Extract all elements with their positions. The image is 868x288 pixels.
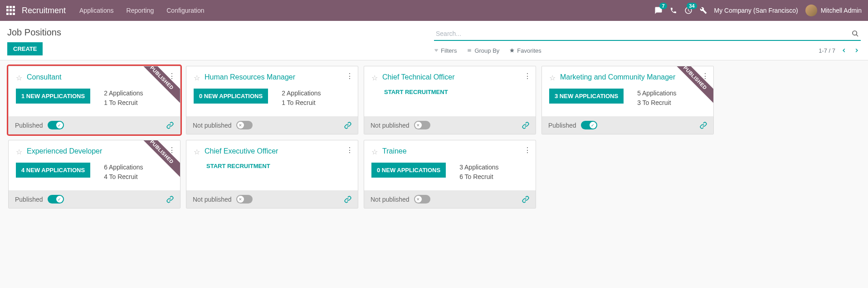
star-icon[interactable]: ☆ <box>194 148 200 156</box>
link-icon[interactable] <box>522 122 529 129</box>
messages-badge: 7 <box>659 3 667 9</box>
apps-menu-icon[interactable] <box>6 6 15 15</box>
job-title[interactable]: Human Resources Manager <box>205 73 351 82</box>
job-card: ⋮ ☆ Human Resources Manager 0 NEW APPLIC… <box>186 66 358 134</box>
star-icon[interactable]: ☆ <box>16 74 22 82</box>
link-icon[interactable] <box>522 196 529 203</box>
create-button[interactable]: CREATE <box>7 42 43 55</box>
svg-point-0 <box>853 31 857 35</box>
publish-toggle[interactable]: ✓ <box>581 121 597 129</box>
start-recruitment-button[interactable]: START RECRUITMENT <box>384 89 528 95</box>
kanban-grid: PUBLISHED ⋮ ☆ Consultant 1 NEW APPLICATI… <box>0 60 868 214</box>
card-stats: 5 Applications 3 To Recruit <box>637 89 676 108</box>
star-icon[interactable]: ☆ <box>371 148 378 156</box>
new-applications-button[interactable]: 0 NEW APPLICATIONS <box>371 163 446 178</box>
new-applications-button[interactable]: 0 NEW APPLICATIONS <box>194 89 268 104</box>
publish-toggle[interactable]: ✕ <box>414 121 430 129</box>
nav-links: Applications Reporting Configuration <box>79 7 204 14</box>
card-menu-icon[interactable]: ⋮ <box>168 146 176 154</box>
publish-toggle[interactable]: ✓ <box>48 195 64 204</box>
messages-icon[interactable]: 7 <box>654 6 663 15</box>
card-stats: 3 Applications 6 To Recruit <box>459 163 498 182</box>
svg-line-1 <box>856 35 858 36</box>
card-stats: 2 Applications 1 To Recruit <box>282 89 321 108</box>
new-applications-button[interactable]: 1 NEW APPLICATIONS <box>16 89 90 104</box>
publish-toggle[interactable]: ✕ <box>236 195 253 204</box>
star-icon[interactable]: ☆ <box>549 74 556 82</box>
pager-text: 1-7 / 7 <box>819 47 835 54</box>
page-title: Job Positions <box>7 27 434 38</box>
nav-link-configuration[interactable]: Configuration <box>166 7 204 14</box>
publish-toggle[interactable]: ✓ <box>48 121 64 129</box>
publish-toggle[interactable]: ✕ <box>236 121 253 129</box>
control-panel: Job Positions CREATE Filters Grou <box>0 21 868 60</box>
activities-badge: 34 <box>687 3 697 9</box>
publish-label: Published <box>15 196 43 203</box>
publish-label: Published <box>548 122 576 129</box>
favorites-menu[interactable]: Favorites <box>509 47 541 54</box>
debug-icon[interactable] <box>700 7 707 14</box>
card-menu-icon[interactable]: ⋮ <box>524 72 531 80</box>
job-card: PUBLISHED ⋮ ☆ Marketing and Community Ma… <box>541 66 714 134</box>
job-title[interactable]: Chief Technical Officer <box>382 73 528 82</box>
link-icon[interactable] <box>344 196 351 203</box>
job-title[interactable]: Trainee <box>382 147 528 156</box>
start-recruitment-button[interactable]: START RECRUITMENT <box>206 163 351 169</box>
link-icon[interactable] <box>166 122 174 129</box>
link-icon[interactable] <box>344 122 351 129</box>
nav-link-applications[interactable]: Applications <box>79 7 114 14</box>
card-menu-icon[interactable]: ⋮ <box>346 72 353 80</box>
search-icon[interactable] <box>850 28 861 39</box>
activities-icon[interactable]: 34 <box>684 6 692 15</box>
publish-label: Not published <box>371 196 410 203</box>
filters-menu[interactable]: Filters <box>434 47 457 54</box>
avatar <box>805 5 817 16</box>
publish-label: Not published <box>371 122 410 129</box>
phone-icon[interactable] <box>670 7 677 14</box>
job-title[interactable]: Chief Executive Officer <box>205 147 351 156</box>
new-applications-button[interactable]: 4 NEW APPLICATIONS <box>16 163 90 178</box>
publish-toggle[interactable]: ✕ <box>414 195 430 204</box>
card-menu-icon[interactable]: ⋮ <box>346 146 353 154</box>
card-stats: 2 Applications 1 To Recruit <box>104 89 143 108</box>
user-name: Mitchell Admin <box>821 7 862 14</box>
publish-label: Published <box>15 122 43 129</box>
groupby-menu[interactable]: Group By <box>467 47 499 54</box>
top-navbar: Recruitment Applications Reporting Confi… <box>0 0 868 21</box>
publish-label: Not published <box>193 122 232 129</box>
job-card: PUBLISHED ⋮ ☆ Experienced Developer 4 NE… <box>8 140 180 209</box>
company-switcher[interactable]: My Company (San Francisco) <box>714 7 798 14</box>
pager-next[interactable] <box>853 46 861 55</box>
user-menu[interactable]: Mitchell Admin <box>805 5 862 16</box>
job-card: PUBLISHED ⋮ ☆ Consultant 1 NEW APPLICATI… <box>8 66 180 134</box>
pager-prev[interactable] <box>840 46 848 55</box>
card-stats: 6 Applications 4 To Recruit <box>104 163 143 182</box>
star-icon[interactable]: ☆ <box>194 74 200 82</box>
card-menu-icon[interactable]: ⋮ <box>524 146 531 154</box>
publish-label: Not published <box>193 196 232 203</box>
card-menu-icon[interactable]: ⋮ <box>702 72 709 80</box>
search-input[interactable] <box>434 27 850 40</box>
nav-link-reporting[interactable]: Reporting <box>127 7 154 14</box>
new-applications-button[interactable]: 3 NEW APPLICATIONS <box>549 89 624 104</box>
star-icon[interactable]: ☆ <box>371 74 378 82</box>
star-icon[interactable]: ☆ <box>16 148 22 156</box>
card-menu-icon[interactable]: ⋮ <box>168 72 176 80</box>
link-icon[interactable] <box>166 196 174 203</box>
job-card: ⋮ ☆ Chief Technical Officer START RECRUI… <box>364 66 536 134</box>
link-icon[interactable] <box>700 122 707 129</box>
search-bar <box>434 27 861 41</box>
job-card: ⋮ ☆ Trainee 0 NEW APPLICATIONS 3 Applica… <box>364 140 536 209</box>
job-card: ⋮ ☆ Chief Executive Officer START RECRUI… <box>186 140 358 209</box>
app-brand[interactable]: Recruitment <box>22 6 66 15</box>
